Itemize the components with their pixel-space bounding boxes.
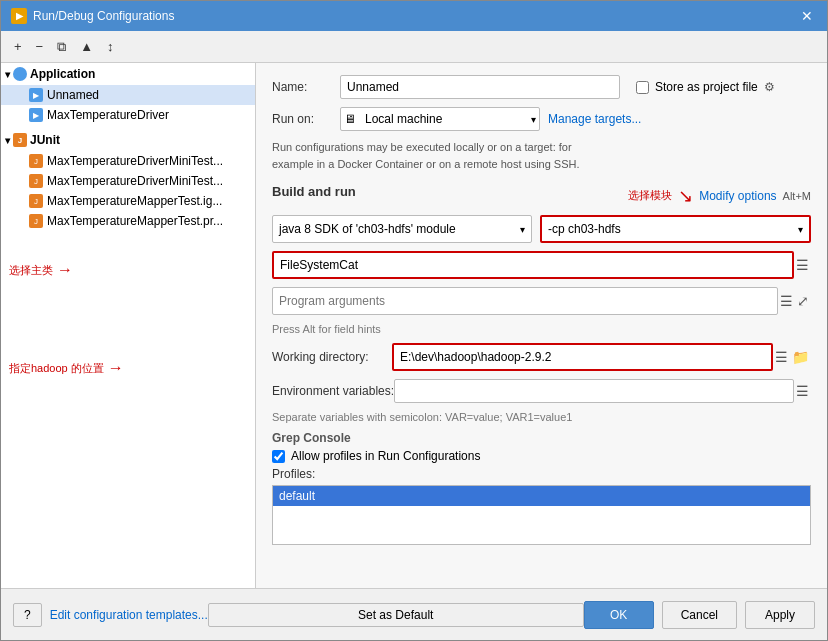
allow-profiles-checkbox[interactable] (272, 450, 285, 463)
sidebar: ▾ Application ▶ Unnamed ▶ MaxTemperature… (1, 63, 256, 588)
sidebar-item-junit1-label: MaxTemperatureDriverMiniTest... (47, 154, 223, 168)
build-run-header: Build and run (272, 184, 356, 199)
sidebar-item-junit-4[interactable]: J MaxTemperatureMapperTest.pr... (1, 211, 255, 231)
store-project-label: Store as project file (655, 80, 758, 94)
sidebar-item-junit-3[interactable]: J MaxTemperatureMapperTest.ig... (1, 191, 255, 211)
program-args-row: ☰ ⤢ (272, 287, 811, 315)
name-row: Name: Store as project file ⚙ (272, 75, 811, 99)
main-class-input[interactable] (272, 251, 794, 279)
edit-templates-link[interactable]: Edit configuration templates... (50, 608, 208, 622)
sidebar-item-junit4-label: MaxTemperatureMapperTest.pr... (47, 214, 223, 228)
name-input[interactable] (340, 75, 620, 99)
add-config-button[interactable]: + (9, 36, 27, 57)
junit-group-label: JUnit (30, 133, 60, 147)
toolbar: + − ⧉ ▲ ↕ (1, 31, 827, 63)
sidebar-item-unnamed-label: Unnamed (47, 88, 99, 102)
junit2-icon: J (29, 174, 43, 188)
program-args-input[interactable] (272, 287, 778, 315)
env-vars-row: Environment variables: ☰ (272, 379, 811, 403)
unnamed-icon: ▶ (29, 88, 43, 102)
sdk-dropdown[interactable]: java 8 SDK of 'ch03-hdfs' module ▾ (272, 215, 532, 243)
annotation-choose-class: 选择主类 → (9, 261, 247, 279)
junit-group-chevron: ▾ (5, 135, 10, 146)
cancel-button[interactable]: Cancel (662, 601, 737, 629)
close-button[interactable]: ✕ (797, 8, 817, 24)
remove-config-button[interactable]: − (31, 36, 49, 57)
dialog-title: Run/Debug Configurations (33, 9, 174, 23)
arrow-down-icon: ↘ (678, 185, 693, 207)
annotation-choose-module: 选择模块 ↘ Modify options Alt+M (628, 185, 811, 207)
sidebar-item-junit3-label: MaxTemperatureMapperTest.ig... (47, 194, 222, 208)
allow-profiles-row: Allow profiles in Run Configurations (272, 449, 811, 463)
apply-button[interactable]: Apply (745, 601, 815, 629)
sidebar-group-junit[interactable]: ▾ J JUnit (1, 129, 255, 151)
allow-profiles-label: Allow profiles in Run Configurations (291, 449, 480, 463)
set-default-button[interactable]: Set as Default (208, 603, 584, 627)
bottom-center: Set as Default (208, 603, 584, 627)
move-up-button[interactable]: ▲ (75, 36, 98, 57)
junit4-icon: J (29, 214, 43, 228)
sidebar-group-application[interactable]: ▾ Application (1, 63, 255, 85)
sidebar-item-maxtemp-driver-label: MaxTemperatureDriver (47, 108, 169, 122)
run-on-select[interactable]: Local machine (340, 107, 540, 131)
annotation-module-text: 选择模块 (628, 188, 672, 203)
profiles-list: default (272, 485, 811, 545)
profile-item-default[interactable]: default (273, 486, 810, 506)
build-run-header-row: Build and run 选择模块 ↘ Modify options Alt+… (272, 184, 811, 207)
annotation-specify-hadoop: 指定hadoop 的位置 → (9, 359, 247, 377)
modify-options-link[interactable]: Modify options (699, 189, 776, 203)
sdk-value: java 8 SDK of 'ch03-hdfs' module (279, 222, 456, 236)
junit-icon: J (13, 133, 27, 147)
env-vars-input[interactable] (394, 379, 794, 403)
cp-value: -cp ch03-hdfs (548, 222, 621, 236)
program-args-browse-button[interactable]: ☰ (778, 291, 795, 311)
sort-button[interactable]: ↕ (102, 36, 119, 57)
cp-chevron-icon: ▾ (798, 224, 803, 235)
title-bar: ▶ Run/Debug Configurations ✕ (1, 1, 827, 31)
right-panel: Name: Store as project file ⚙ Run on: 🖥 … (256, 63, 827, 588)
store-project-row: Store as project file ⚙ (636, 80, 775, 94)
manage-targets-link[interactable]: Manage targets... (548, 112, 641, 126)
junit1-icon: J (29, 154, 43, 168)
run-debug-dialog: ▶ Run/Debug Configurations ✕ + − ⧉ ▲ ↕ ▾… (0, 0, 828, 641)
env-vars-browse-button[interactable]: ☰ (794, 381, 811, 401)
grep-console-section: Grep Console Allow profiles in Run Confi… (272, 431, 811, 545)
bottom-bar: ? Edit configuration templates... Set as… (1, 588, 827, 640)
arrow-right-icon: → (57, 261, 73, 279)
application-icon (13, 67, 27, 81)
working-dir-browse-button[interactable]: ☰ (773, 347, 790, 367)
help-button[interactable]: ? (13, 603, 42, 627)
store-project-checkbox[interactable] (636, 81, 649, 94)
env-vars-label: Environment variables: (272, 384, 394, 398)
grep-header: Grep Console (272, 431, 811, 445)
sidebar-item-unnamed[interactable]: ▶ Unnamed (1, 85, 255, 105)
app-icon: ▶ (11, 8, 27, 24)
working-dir-row: Working directory: ☰ 📁 (272, 343, 811, 371)
env-vars-hint: Separate variables with semicolon: VAR=v… (272, 411, 811, 423)
working-dir-input[interactable] (392, 343, 773, 371)
copy-config-button[interactable]: ⧉ (52, 36, 71, 58)
main-class-row: ☰ (272, 251, 811, 279)
run-on-dropdown-wrapper: 🖥 Local machine ▾ (340, 107, 540, 131)
sdk-cp-row: java 8 SDK of 'ch03-hdfs' module ▾ -cp c… (272, 215, 811, 243)
cp-dropdown[interactable]: -cp ch03-hdfs ▾ (540, 215, 811, 243)
junit3-icon: J (29, 194, 43, 208)
press-alt-hint: Press Alt for field hints (272, 323, 811, 335)
run-on-label: Run on: (272, 112, 332, 126)
bottom-right: OK Cancel Apply (584, 601, 815, 629)
run-on-row: Run on: 🖥 Local machine ▾ Manage targets… (272, 107, 811, 131)
sidebar-item-junit2-label: MaxTemperatureDriverMiniTest... (47, 174, 223, 188)
main-class-browse-button[interactable]: ☰ (794, 255, 811, 275)
sidebar-item-junit-1[interactable]: J MaxTemperatureDriverMiniTest... (1, 151, 255, 171)
title-bar-left: ▶ Run/Debug Configurations (11, 8, 174, 24)
profiles-label: Profiles: (272, 467, 811, 481)
app-group-chevron: ▾ (5, 69, 10, 80)
program-args-expand-button[interactable]: ⤢ (795, 291, 811, 311)
sidebar-item-maxtemp-driver[interactable]: ▶ MaxTemperatureDriver (1, 105, 255, 125)
working-dir-folder-button[interactable]: 📁 (790, 347, 811, 367)
main-content: ▾ Application ▶ Unnamed ▶ MaxTemperature… (1, 63, 827, 588)
sidebar-item-junit-2[interactable]: J MaxTemperatureDriverMiniTest... (1, 171, 255, 191)
ok-button[interactable]: OK (584, 601, 654, 629)
gear-icon[interactable]: ⚙ (764, 80, 775, 94)
arrow-right-icon2: → (108, 359, 124, 377)
